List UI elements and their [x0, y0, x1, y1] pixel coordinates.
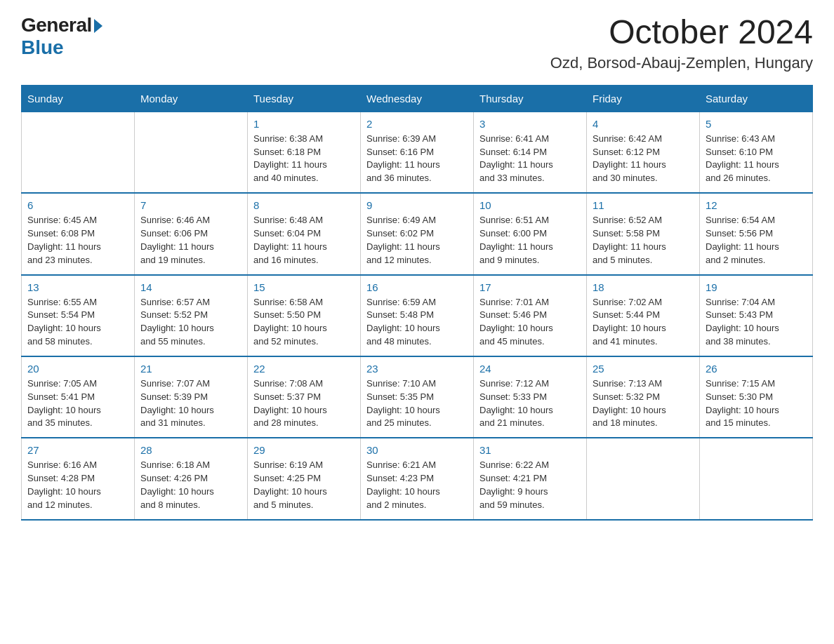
- calendar-body: 1Sunrise: 6:38 AM Sunset: 6:18 PM Daylig…: [22, 112, 813, 519]
- calendar-cell-w5-d6: [587, 438, 700, 519]
- day-info: Sunrise: 6:52 AM Sunset: 5:58 PM Dayligh…: [593, 214, 694, 267]
- day-info: Sunrise: 6:51 AM Sunset: 6:00 PM Dayligh…: [479, 214, 581, 267]
- calendar-cell-w4-d5: 24Sunrise: 7:12 AM Sunset: 5:33 PM Dayli…: [474, 356, 587, 438]
- calendar-cell-w2-d7: 12Sunrise: 6:54 AM Sunset: 5:56 PM Dayli…: [700, 193, 813, 274]
- day-info: Sunrise: 6:54 AM Sunset: 5:56 PM Dayligh…: [706, 214, 807, 267]
- calendar-cell-w1-d3: 1Sunrise: 6:38 AM Sunset: 6:18 PM Daylig…: [248, 112, 361, 193]
- calendar-cell-w5-d7: [700, 438, 813, 519]
- day-info: Sunrise: 7:04 AM Sunset: 5:43 PM Dayligh…: [706, 296, 807, 349]
- calendar-cell-w1-d2: [135, 112, 248, 193]
- day-info: Sunrise: 6:16 AM Sunset: 4:28 PM Dayligh…: [27, 459, 128, 511]
- day-info: Sunrise: 6:42 AM Sunset: 6:12 PM Dayligh…: [593, 133, 694, 185]
- calendar-cell-w4-d4: 23Sunrise: 7:10 AM Sunset: 5:35 PM Dayli…: [361, 356, 474, 438]
- day-number: 11: [593, 199, 694, 211]
- day-info: Sunrise: 6:45 AM Sunset: 6:08 PM Dayligh…: [27, 214, 128, 267]
- day-number: 30: [366, 444, 468, 456]
- calendar-cell-w2-d1: 6Sunrise: 6:45 AM Sunset: 6:08 PM Daylig…: [22, 193, 135, 274]
- day-number: 12: [706, 199, 807, 211]
- day-info: Sunrise: 7:15 AM Sunset: 5:30 PM Dayligh…: [706, 377, 807, 430]
- day-info: Sunrise: 6:22 AM Sunset: 4:21 PM Dayligh…: [479, 459, 581, 511]
- calendar-cell-w2-d2: 7Sunrise: 6:46 AM Sunset: 6:06 PM Daylig…: [135, 193, 248, 274]
- day-number: 23: [366, 363, 468, 375]
- calendar-cell-w2-d3: 8Sunrise: 6:48 AM Sunset: 6:04 PM Daylig…: [248, 193, 361, 274]
- calendar-cell-w3-d5: 17Sunrise: 7:01 AM Sunset: 5:46 PM Dayli…: [474, 275, 587, 356]
- calendar-cell-w4-d7: 26Sunrise: 7:15 AM Sunset: 5:30 PM Dayli…: [700, 356, 813, 438]
- day-number: 2: [366, 118, 468, 130]
- calendar-week-5: 27Sunrise: 6:16 AM Sunset: 4:28 PM Dayli…: [22, 438, 813, 519]
- day-number: 8: [253, 199, 355, 211]
- day-number: 26: [706, 363, 807, 375]
- day-number: 10: [479, 199, 581, 211]
- day-info: Sunrise: 6:43 AM Sunset: 6:10 PM Dayligh…: [706, 133, 807, 185]
- day-info: Sunrise: 6:48 AM Sunset: 6:04 PM Dayligh…: [253, 214, 355, 267]
- logo-arrow-icon: [94, 19, 102, 33]
- day-number: 5: [706, 118, 807, 130]
- weekday-header-row: Sunday Monday Tuesday Wednesday Thursday…: [22, 85, 813, 112]
- day-number: 6: [27, 199, 128, 211]
- calendar-cell-w5-d4: 30Sunrise: 6:21 AM Sunset: 4:23 PM Dayli…: [361, 438, 474, 519]
- calendar-cell-w1-d7: 5Sunrise: 6:43 AM Sunset: 6:10 PM Daylig…: [700, 112, 813, 193]
- calendar-cell-w4-d3: 22Sunrise: 7:08 AM Sunset: 5:37 PM Dayli…: [248, 356, 361, 438]
- location-title: Ozd, Borsod-Abauj-Zemplen, Hungary: [550, 54, 813, 72]
- calendar-cell-w2-d4: 9Sunrise: 6:49 AM Sunset: 6:02 PM Daylig…: [361, 193, 474, 274]
- day-info: Sunrise: 6:18 AM Sunset: 4:26 PM Dayligh…: [140, 459, 241, 511]
- calendar-cell-w2-d6: 11Sunrise: 6:52 AM Sunset: 5:58 PM Dayli…: [587, 193, 700, 274]
- day-number: 21: [140, 363, 241, 375]
- header-saturday: Saturday: [700, 85, 813, 112]
- day-number: 14: [140, 281, 241, 293]
- day-number: 9: [366, 199, 468, 211]
- day-info: Sunrise: 6:58 AM Sunset: 5:50 PM Dayligh…: [253, 296, 355, 349]
- calendar-cell-w3-d6: 18Sunrise: 7:02 AM Sunset: 5:44 PM Dayli…: [587, 275, 700, 356]
- logo-blue-text: Blue: [21, 36, 64, 59]
- day-number: 29: [253, 444, 355, 456]
- day-number: 16: [366, 281, 468, 293]
- header-tuesday: Tuesday: [248, 85, 361, 112]
- day-info: Sunrise: 6:46 AM Sunset: 6:06 PM Dayligh…: [140, 214, 241, 267]
- calendar-week-3: 13Sunrise: 6:55 AM Sunset: 5:54 PM Dayli…: [22, 275, 813, 356]
- calendar-cell-w1-d5: 3Sunrise: 6:41 AM Sunset: 6:14 PM Daylig…: [474, 112, 587, 193]
- title-block: October 2024 Ozd, Borsod-Abauj-Zemplen, …: [550, 14, 813, 72]
- header-wednesday: Wednesday: [361, 85, 474, 112]
- day-info: Sunrise: 6:57 AM Sunset: 5:52 PM Dayligh…: [140, 296, 241, 349]
- calendar-cell-w5-d5: 31Sunrise: 6:22 AM Sunset: 4:21 PM Dayli…: [474, 438, 587, 519]
- day-info: Sunrise: 6:59 AM Sunset: 5:48 PM Dayligh…: [366, 296, 468, 349]
- day-number: 27: [27, 444, 128, 456]
- calendar-week-1: 1Sunrise: 6:38 AM Sunset: 6:18 PM Daylig…: [22, 112, 813, 193]
- day-info: Sunrise: 6:19 AM Sunset: 4:25 PM Dayligh…: [253, 459, 355, 511]
- calendar-cell-w3-d2: 14Sunrise: 6:57 AM Sunset: 5:52 PM Dayli…: [135, 275, 248, 356]
- day-number: 3: [479, 118, 581, 130]
- calendar-cell-w3-d7: 19Sunrise: 7:04 AM Sunset: 5:43 PM Dayli…: [700, 275, 813, 356]
- calendar-cell-w2-d5: 10Sunrise: 6:51 AM Sunset: 6:00 PM Dayli…: [474, 193, 587, 274]
- day-info: Sunrise: 7:02 AM Sunset: 5:44 PM Dayligh…: [593, 296, 694, 349]
- day-number: 28: [140, 444, 241, 456]
- calendar-cell-w3-d1: 13Sunrise: 6:55 AM Sunset: 5:54 PM Dayli…: [22, 275, 135, 356]
- page-header: General Blue October 2024 Ozd, Borsod-Ab…: [21, 14, 813, 72]
- day-number: 25: [593, 363, 694, 375]
- day-info: Sunrise: 7:10 AM Sunset: 5:35 PM Dayligh…: [366, 377, 468, 430]
- day-number: 19: [706, 281, 807, 293]
- day-info: Sunrise: 7:07 AM Sunset: 5:39 PM Dayligh…: [140, 377, 241, 430]
- calendar-cell-w4-d1: 20Sunrise: 7:05 AM Sunset: 5:41 PM Dayli…: [22, 356, 135, 438]
- calendar-cell-w3-d4: 16Sunrise: 6:59 AM Sunset: 5:48 PM Dayli…: [361, 275, 474, 356]
- day-number: 31: [479, 444, 581, 456]
- day-info: Sunrise: 7:13 AM Sunset: 5:32 PM Dayligh…: [593, 377, 694, 430]
- day-info: Sunrise: 7:05 AM Sunset: 5:41 PM Dayligh…: [27, 377, 128, 430]
- day-info: Sunrise: 7:08 AM Sunset: 5:37 PM Dayligh…: [253, 377, 355, 430]
- day-number: 1: [253, 118, 355, 130]
- calendar-cell-w5-d2: 28Sunrise: 6:18 AM Sunset: 4:26 PM Dayli…: [135, 438, 248, 519]
- day-number: 7: [140, 199, 241, 211]
- calendar-cell-w5-d3: 29Sunrise: 6:19 AM Sunset: 4:25 PM Dayli…: [248, 438, 361, 519]
- day-number: 4: [593, 118, 694, 130]
- header-monday: Monday: [135, 85, 248, 112]
- day-number: 22: [253, 363, 355, 375]
- day-info: Sunrise: 6:55 AM Sunset: 5:54 PM Dayligh…: [27, 296, 128, 349]
- calendar-week-2: 6Sunrise: 6:45 AM Sunset: 6:08 PM Daylig…: [22, 193, 813, 274]
- day-number: 24: [479, 363, 581, 375]
- month-title: October 2024: [550, 14, 813, 51]
- calendar-table: Sunday Monday Tuesday Wednesday Thursday…: [21, 85, 813, 521]
- calendar-week-4: 20Sunrise: 7:05 AM Sunset: 5:41 PM Dayli…: [22, 356, 813, 438]
- calendar-cell-w1-d1: [22, 112, 135, 193]
- day-number: 17: [479, 281, 581, 293]
- calendar-header: Sunday Monday Tuesday Wednesday Thursday…: [22, 85, 813, 112]
- calendar-cell-w5-d1: 27Sunrise: 6:16 AM Sunset: 4:28 PM Dayli…: [22, 438, 135, 519]
